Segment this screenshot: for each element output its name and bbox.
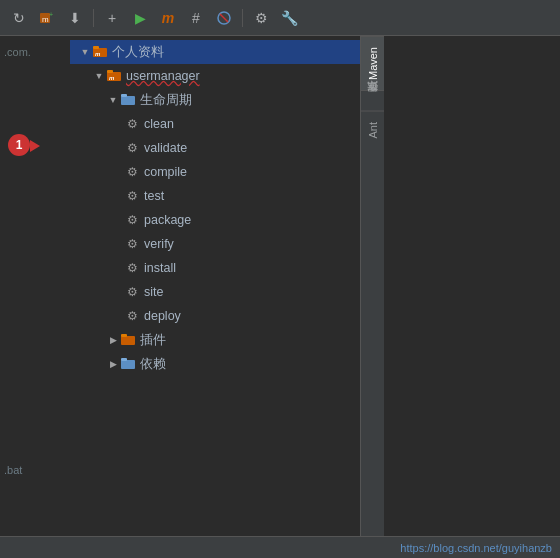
plugins-arrow: ▶ — [106, 333, 120, 347]
left-panel: .com. .bat — [0, 36, 70, 536]
bottom-bar: https://blog.csdn.net/guyihanzb — [0, 536, 560, 558]
left-text-bat: .bat — [4, 464, 22, 476]
lifecycle-item-clean[interactable]: clean — [70, 112, 360, 136]
svg-text:+: + — [49, 11, 53, 18]
usermanager-label: usermanager — [126, 69, 200, 83]
maven-button[interactable]: m — [155, 5, 181, 31]
deps-folder-svg — [121, 357, 135, 371]
dependencies-group-item[interactable]: ▶ 依赖 — [70, 352, 360, 376]
toolbar: ↻ m + ⬇ + ▶ m # ⚙ 🔧 — [0, 0, 560, 36]
clean-label: clean — [144, 117, 174, 131]
deploy-label: deploy — [144, 309, 181, 323]
maven-panel: ▼ m 个人资料 ▼ — [70, 36, 360, 536]
separator-2 — [242, 9, 243, 27]
lifecycle-folder-icon — [120, 92, 136, 108]
dependencies-label: 依赖 — [140, 356, 166, 373]
compile-label: compile — [144, 165, 187, 179]
svg-text:m: m — [109, 75, 115, 81]
svg-rect-9 — [107, 70, 113, 73]
lifecycle-arrow: ▼ — [106, 93, 120, 107]
step-arrow — [30, 140, 40, 152]
content-area: 1 .com. .bat ▼ m — [0, 36, 560, 536]
svg-rect-15 — [121, 360, 135, 369]
svg-line-4 — [220, 14, 228, 22]
svg-rect-6 — [93, 46, 99, 49]
clean-gear-icon — [124, 116, 140, 132]
add-maven-project-button[interactable]: m + — [34, 5, 60, 31]
lifecycle-item-deploy[interactable]: deploy — [70, 304, 360, 328]
usermanager-folder-icon: m — [106, 68, 122, 84]
svg-rect-14 — [121, 334, 127, 337]
svg-rect-16 — [121, 358, 127, 361]
dependencies-folder-icon — [120, 356, 136, 372]
validate-label: validate — [144, 141, 187, 155]
root-label: 个人资料 — [112, 44, 164, 61]
install-gear-icon — [124, 260, 140, 276]
tree-root-item[interactable]: ▼ m 个人资料 — [70, 40, 360, 64]
lifecycle-folder-svg — [121, 93, 135, 107]
maven-tab-label: Maven — [367, 47, 379, 80]
left-text-com: .com. — [0, 44, 70, 60]
ant-tab-label: Ant — [367, 122, 379, 139]
lifecycle-item-package[interactable]: package — [70, 208, 360, 232]
lifecycle-item-install[interactable]: install — [70, 256, 360, 280]
separator-1 — [93, 9, 94, 27]
step-number: 1 — [16, 138, 23, 152]
toggle-offline-button[interactable]: # — [183, 5, 209, 31]
add-maven-icon: m + — [39, 10, 55, 26]
install-label: install — [144, 261, 176, 275]
plugins-label: 插件 — [140, 332, 166, 349]
svg-text:m: m — [42, 15, 49, 24]
plugins-folder-svg — [121, 333, 135, 347]
skip-tests-button[interactable] — [211, 5, 237, 31]
verify-gear-icon — [124, 236, 140, 252]
lifecycle-item-compile[interactable]: compile — [70, 160, 360, 184]
tree-container[interactable]: ▼ m 个人资料 ▼ — [70, 36, 360, 536]
svg-rect-12 — [121, 94, 127, 97]
sidebar-tab-ant[interactable]: Ant — [361, 111, 384, 149]
right-sidebar: Maven 数据库 Ant — [360, 36, 384, 536]
usermanager-folder-svg: m — [107, 69, 121, 83]
step-indicator: 1 — [8, 134, 30, 156]
usermanager-arrow: ▼ — [92, 69, 106, 83]
plugins-folder-icon — [120, 332, 136, 348]
skip-icon — [217, 11, 231, 25]
svg-rect-11 — [121, 96, 135, 105]
main-area: ↻ m + ⬇ + ▶ m # ⚙ 🔧 1 — [0, 0, 560, 558]
site-gear-icon — [124, 284, 140, 300]
lifecycle-item-test[interactable]: test — [70, 184, 360, 208]
test-gear-icon — [124, 188, 140, 204]
svg-rect-13 — [121, 336, 135, 345]
lifecycle-label: 生命周期 — [140, 92, 192, 109]
sidebar-tab-maven[interactable]: Maven — [361, 36, 384, 90]
root-arrow: ▼ — [78, 45, 92, 59]
verify-label: verify — [144, 237, 174, 251]
deploy-gear-icon — [124, 308, 140, 324]
compile-gear-icon — [124, 164, 140, 180]
lifecycle-item-site[interactable]: site — [70, 280, 360, 304]
settings-button[interactable]: ⚙ — [248, 5, 274, 31]
validate-gear-icon — [124, 140, 140, 156]
lifecycle-item-validate[interactable]: validate — [70, 136, 360, 160]
refresh-button[interactable]: ↻ — [6, 5, 32, 31]
sidebar-tab-database[interactable]: 数据库 — [361, 90, 384, 111]
wrench-button[interactable]: 🔧 — [276, 5, 302, 31]
download-button[interactable]: ⬇ — [62, 5, 88, 31]
lifecycle-item-verify[interactable]: verify — [70, 232, 360, 256]
maven-folder-svg: m — [93, 45, 107, 59]
run-button[interactable]: ▶ — [127, 5, 153, 31]
add-button[interactable]: + — [99, 5, 125, 31]
package-gear-icon — [124, 212, 140, 228]
site-label: site — [144, 285, 163, 299]
usermanager-item[interactable]: ▼ m usermanager — [70, 64, 360, 88]
svg-text:m: m — [95, 51, 101, 57]
bottom-url: https://blog.csdn.net/guyihanzb — [400, 542, 552, 554]
lifecycle-group-item[interactable]: ▼ 生命周期 — [70, 88, 360, 112]
plugins-group-item[interactable]: ▶ 插件 — [70, 328, 360, 352]
package-label: package — [144, 213, 191, 227]
root-folder-icon: m — [92, 44, 108, 60]
dependencies-arrow: ▶ — [106, 357, 120, 371]
test-label: test — [144, 189, 164, 203]
